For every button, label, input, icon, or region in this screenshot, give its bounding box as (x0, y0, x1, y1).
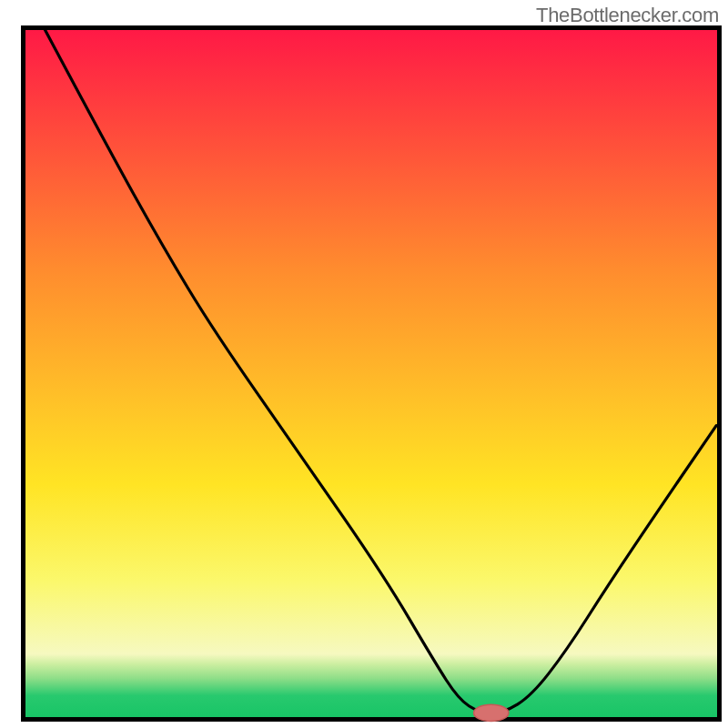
attribution-label: TheBottlenecker.com (536, 4, 719, 27)
bottleneck-chart (0, 0, 728, 728)
